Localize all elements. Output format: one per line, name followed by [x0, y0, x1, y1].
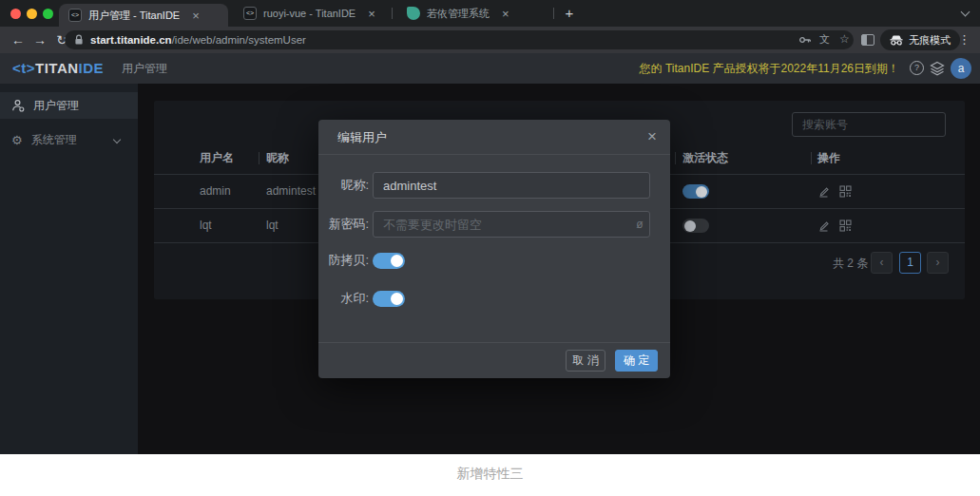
- qrcode-icon[interactable]: [839, 219, 852, 232]
- tab-close-icon[interactable]: ×: [192, 10, 200, 22]
- active-status-toggle[interactable]: [682, 219, 709, 233]
- cell-actions: [817, 208, 852, 242]
- dialog-title: 编辑用户: [318, 120, 670, 155]
- footer-divider: [318, 342, 670, 343]
- watermark-toggle[interactable]: [373, 291, 405, 307]
- tab-user-management[interactable]: <> 用户管理 - TitanIDE ×: [59, 4, 228, 27]
- new-password-label: 新密码:: [318, 211, 369, 238]
- nickname-label: 昵称:: [318, 172, 369, 199]
- lock-icon: [74, 34, 84, 46]
- anticopy-label: 防拷贝:: [318, 251, 369, 270]
- col-header-active-status: 激活状态: [682, 143, 728, 174]
- incognito-icon: [890, 35, 903, 46]
- watermark-label: 水印:: [318, 289, 369, 308]
- cell-username: admin: [200, 174, 231, 208]
- license-warning: 您的 TitanIDE 产品授权将于2022年11月26日到期！: [640, 53, 899, 84]
- password-key-icon[interactable]: [798, 33, 812, 47]
- col-header-nickname: 昵称: [266, 143, 289, 174]
- sidebar-item-system-management[interactable]: ⚙ 系统管理: [0, 126, 138, 153]
- active-status-toggle[interactable]: [682, 184, 709, 199]
- layers-icon[interactable]: [930, 61, 945, 76]
- new-tab-button[interactable]: +: [559, 3, 580, 24]
- tab-separator: [553, 8, 554, 19]
- nickname-field[interactable]: [373, 172, 650, 199]
- sidebar: 用户管理 ⚙ 系统管理: [0, 84, 138, 454]
- pagination-page-1[interactable]: 1: [899, 252, 921, 274]
- sidebar-item-label: 用户管理: [33, 98, 79, 114]
- address-bar[interactable]: start.titanide.cn/ide/web/admin/systemUs…: [65, 30, 854, 49]
- sidebar-item-user-management[interactable]: 用户管理: [0, 92, 138, 119]
- cancel-button[interactable]: 取 消: [566, 350, 605, 372]
- user-icon: [11, 99, 25, 112]
- tab-search-chevron-icon[interactable]: [961, 8, 970, 17]
- search-input[interactable]: [792, 112, 946, 137]
- ruoyi-favicon-icon: [407, 7, 420, 20]
- caption-strip: 新增特性三: [0, 454, 980, 496]
- column-separator: [259, 152, 259, 164]
- tab-ruoyi-vue[interactable]: <> ruoyi-vue - TitanIDE ×: [234, 0, 388, 27]
- cell-nickname: lqt: [266, 208, 279, 242]
- avatar[interactable]: a: [951, 58, 971, 79]
- tab-close-icon[interactable]: ×: [368, 8, 375, 20]
- cell-actions: [817, 174, 852, 208]
- cell-nickname: admintest: [266, 174, 316, 208]
- screenshot-root: <> 用户管理 - TitanIDE × <> ruoyi-vue - Tita…: [0, 0, 980, 496]
- window-zoom-button[interactable]: [43, 9, 53, 19]
- tab-title: 若依管理系统: [427, 7, 490, 21]
- browser-tabstrip: <> 用户管理 - TitanIDE × <> ruoyi-vue - Tita…: [0, 0, 980, 27]
- edit-icon[interactable]: [817, 185, 830, 198]
- qrcode-icon[interactable]: [839, 185, 852, 198]
- app-header: <t>TITANIDE 用户管理 您的 TitanIDE 产品授权将于2022年…: [0, 53, 980, 84]
- translate-icon[interactable]: 文: [819, 32, 830, 46]
- caption-text: 新增特性三: [0, 454, 980, 483]
- tab-close-icon[interactable]: ×: [502, 8, 509, 20]
- new-password-field[interactable]: [373, 211, 650, 238]
- anticopy-toggle[interactable]: [373, 253, 405, 269]
- edit-user-dialog: 编辑用户 × 昵称: 新密码: ø 防拷贝: 水印: 取 消 确 定: [318, 120, 670, 378]
- titanide-favicon-icon: <>: [243, 7, 257, 20]
- titanide-favicon-icon: <>: [68, 9, 82, 22]
- incognito-label: 无痕模式: [909, 33, 951, 48]
- tab-ruoyi-admin[interactable]: 若依管理系统 ×: [397, 0, 551, 27]
- pagination-total: 共 2 条: [833, 253, 868, 275]
- col-header-username: 用户名: [200, 143, 234, 174]
- column-separator: [811, 152, 812, 164]
- browser-toolbar: ← → ↻ start.titanide.cn/ide/web/admin/sy…: [0, 27, 980, 53]
- url-text: start.titanide.cn/ide/web/admin/systemUs…: [90, 34, 306, 46]
- column-separator: [675, 152, 676, 164]
- cell-username: lqt: [200, 208, 212, 242]
- tab-separator: [392, 8, 393, 19]
- sidebar-item-label: 系统管理: [31, 132, 77, 148]
- incognito-badge: 无痕模式: [880, 29, 960, 50]
- chevron-down-icon: [113, 136, 121, 143]
- confirm-button[interactable]: 确 定: [615, 350, 658, 372]
- pagination-next-button[interactable]: ›: [927, 252, 949, 274]
- browser-menu-icon[interactable]: ⋮: [958, 27, 970, 53]
- window-minimize-button[interactable]: [27, 9, 37, 19]
- tab-title: 用户管理 - TitanIDE: [88, 9, 180, 23]
- forward-button[interactable]: →: [29, 27, 50, 53]
- page-title: 用户管理: [122, 53, 167, 84]
- password-visibility-icon[interactable]: ø: [630, 211, 649, 238]
- help-icon[interactable]: ?: [910, 61, 924, 75]
- edit-icon[interactable]: [817, 219, 830, 232]
- tab-title: ruoyi-vue - TitanIDE: [263, 8, 355, 19]
- titanide-logo: <t>TITANIDE: [12, 53, 104, 84]
- col-header-actions: 操作: [817, 143, 840, 174]
- back-button[interactable]: ←: [8, 27, 29, 53]
- window-close-button[interactable]: [10, 9, 21, 19]
- bookmark-star-icon[interactable]: ☆: [839, 32, 850, 46]
- pagination-prev-button[interactable]: ‹: [871, 252, 893, 274]
- dialog-close-icon[interactable]: ×: [647, 120, 657, 155]
- gear-icon: ⚙: [11, 133, 23, 147]
- side-panel-icon[interactable]: [861, 34, 874, 46]
